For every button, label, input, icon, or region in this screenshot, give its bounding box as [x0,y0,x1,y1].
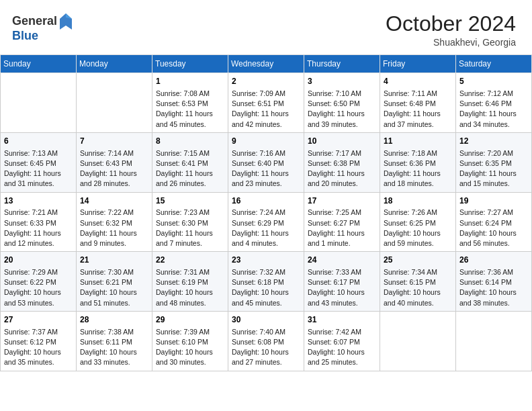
day-number: 31 [308,314,376,326]
calendar-cell: 12Sunrise: 7:20 AMSunset: 6:35 PMDayligh… [456,132,532,192]
calendar-cell: 26Sunrise: 7:36 AMSunset: 6:14 PMDayligh… [456,252,532,312]
calendar-cell: 10Sunrise: 7:17 AMSunset: 6:38 PMDayligh… [304,132,380,192]
calendar-cell: 7Sunrise: 7:14 AMSunset: 6:43 PMDaylight… [77,132,152,192]
calendar-cell: 5Sunrise: 7:12 AMSunset: 6:46 PMDaylight… [456,73,532,133]
day-info: Sunrise: 7:11 AMSunset: 6:48 PMDaylight:… [384,89,452,130]
col-saturday: Saturday [456,55,532,73]
day-number: 14 [80,195,148,207]
day-info: Sunrise: 7:15 AMSunset: 6:41 PMDaylight:… [156,148,224,189]
calendar-cell: 27Sunrise: 7:37 AMSunset: 6:12 PMDayligh… [1,311,77,371]
day-info: Sunrise: 7:36 AMSunset: 6:14 PMDaylight:… [459,267,528,308]
day-number: 13 [4,195,73,207]
calendar-cell [456,311,532,371]
day-info: Sunrise: 7:27 AMSunset: 6:24 PMDaylight:… [459,208,528,248]
calendar-week-row: 6Sunrise: 7:13 AMSunset: 6:45 PMDaylight… [1,132,532,192]
day-info: Sunrise: 7:37 AMSunset: 6:12 PMDaylight:… [4,327,73,368]
day-number: 2 [232,76,300,87]
logo-icon [58,12,73,31]
day-info: Sunrise: 7:40 AMSunset: 6:08 PMDaylight:… [232,327,300,368]
day-number: 7 [80,136,148,147]
day-info: Sunrise: 7:08 AMSunset: 6:53 PMDaylight:… [156,89,224,130]
col-thursday: Thursday [304,55,380,73]
day-info: Sunrise: 7:26 AMSunset: 6:25 PMDaylight:… [384,208,452,248]
day-number: 6 [4,136,73,147]
calendar-header-row: Sunday Monday Tuesday Wednesday Thursday… [1,55,532,73]
day-number: 1 [156,76,224,87]
day-info: Sunrise: 7:29 AMSunset: 6:22 PMDaylight:… [4,267,73,308]
calendar-cell: 23Sunrise: 7:32 AMSunset: 6:18 PMDayligh… [228,252,304,312]
location: Shuakhevi, Georgia [386,37,516,48]
day-info: Sunrise: 7:10 AMSunset: 6:50 PMDaylight:… [308,89,376,130]
day-number: 24 [308,255,376,266]
calendar-cell: 20Sunrise: 7:29 AMSunset: 6:22 PMDayligh… [1,252,77,312]
day-number: 3 [308,76,376,87]
day-info: Sunrise: 7:42 AMSunset: 6:07 PMDaylight:… [308,327,376,368]
calendar-cell: 9Sunrise: 7:16 AMSunset: 6:40 PMDaylight… [228,132,304,192]
day-info: Sunrise: 7:22 AMSunset: 6:32 PMDaylight:… [80,208,148,248]
calendar-cell: 8Sunrise: 7:15 AMSunset: 6:41 PMDaylight… [152,132,228,192]
calendar-cell: 1Sunrise: 7:08 AMSunset: 6:53 PMDaylight… [152,73,228,133]
day-info: Sunrise: 7:32 AMSunset: 6:18 PMDaylight:… [232,267,300,308]
calendar-week-row: 1Sunrise: 7:08 AMSunset: 6:53 PMDaylight… [1,73,532,133]
day-info: Sunrise: 7:12 AMSunset: 6:46 PMDaylight:… [459,89,528,130]
month-year: October 2024 [386,12,516,36]
day-number: 11 [384,136,452,147]
day-number: 25 [384,255,452,266]
calendar-cell: 24Sunrise: 7:33 AMSunset: 6:17 PMDayligh… [304,252,380,312]
day-number: 15 [156,195,224,207]
day-info: Sunrise: 7:30 AMSunset: 6:21 PMDaylight:… [80,267,148,308]
day-number: 20 [4,255,73,266]
day-number: 30 [232,314,300,326]
calendar-cell: 18Sunrise: 7:26 AMSunset: 6:25 PMDayligh… [380,192,456,252]
calendar-cell: 15Sunrise: 7:23 AMSunset: 6:30 PMDayligh… [152,192,228,252]
day-number: 5 [459,76,528,87]
calendar-cell: 31Sunrise: 7:42 AMSunset: 6:07 PMDayligh… [304,311,380,371]
calendar-cell: 11Sunrise: 7:18 AMSunset: 6:36 PMDayligh… [380,132,456,192]
day-info: Sunrise: 7:23 AMSunset: 6:30 PMDaylight:… [156,208,224,248]
day-info: Sunrise: 7:24 AMSunset: 6:29 PMDaylight:… [232,208,300,248]
calendar-cell: 25Sunrise: 7:34 AMSunset: 6:15 PMDayligh… [380,252,456,312]
col-wednesday: Wednesday [228,55,304,73]
logo-general-text: General [12,15,57,28]
day-number: 27 [4,314,73,326]
day-number: 10 [308,136,376,147]
day-info: Sunrise: 7:20 AMSunset: 6:35 PMDaylight:… [459,148,528,189]
calendar-cell: 2Sunrise: 7:09 AMSunset: 6:51 PMDaylight… [228,73,304,133]
calendar-cell [1,73,77,133]
col-tuesday: Tuesday [152,55,228,73]
calendar-table: Sunday Monday Tuesday Wednesday Thursday… [0,54,532,371]
col-monday: Monday [77,55,152,73]
day-info: Sunrise: 7:34 AMSunset: 6:15 PMDaylight:… [384,267,452,308]
day-number: 23 [232,255,300,266]
calendar-cell: 3Sunrise: 7:10 AMSunset: 6:50 PMDaylight… [304,73,380,133]
calendar-week-row: 20Sunrise: 7:29 AMSunset: 6:22 PMDayligh… [1,252,532,312]
day-info: Sunrise: 7:21 AMSunset: 6:33 PMDaylight:… [4,208,73,248]
day-number: 26 [459,255,528,266]
header: General Blue October 2024 Shuakhevi, Geo… [0,0,532,54]
calendar-cell: 17Sunrise: 7:25 AMSunset: 6:27 PMDayligh… [304,192,380,252]
calendar-cell: 13Sunrise: 7:21 AMSunset: 6:33 PMDayligh… [1,192,77,252]
day-info: Sunrise: 7:25 AMSunset: 6:27 PMDaylight:… [308,208,376,248]
col-friday: Friday [380,55,456,73]
day-number: 28 [80,314,148,326]
calendar-cell [380,311,456,371]
day-number: 22 [156,255,224,266]
logo: General Blue [12,12,73,43]
day-number: 17 [308,195,376,207]
logo-blue-text: Blue [12,29,38,42]
day-info: Sunrise: 7:17 AMSunset: 6:38 PMDaylight:… [308,148,376,189]
day-info: Sunrise: 7:18 AMSunset: 6:36 PMDaylight:… [384,148,452,189]
calendar-cell: 21Sunrise: 7:30 AMSunset: 6:21 PMDayligh… [77,252,152,312]
calendar-cell: 28Sunrise: 7:38 AMSunset: 6:11 PMDayligh… [77,311,152,371]
day-info: Sunrise: 7:38 AMSunset: 6:11 PMDaylight:… [80,327,148,368]
calendar-cell: 4Sunrise: 7:11 AMSunset: 6:48 PMDaylight… [380,73,456,133]
calendar-cell [77,73,152,133]
calendar-cell: 16Sunrise: 7:24 AMSunset: 6:29 PMDayligh… [228,192,304,252]
calendar-cell: 30Sunrise: 7:40 AMSunset: 6:08 PMDayligh… [228,311,304,371]
title-block: October 2024 Shuakhevi, Georgia [386,12,516,48]
calendar-cell: 14Sunrise: 7:22 AMSunset: 6:32 PMDayligh… [77,192,152,252]
col-sunday: Sunday [1,55,77,73]
day-info: Sunrise: 7:14 AMSunset: 6:43 PMDaylight:… [80,148,148,189]
day-number: 12 [459,136,528,147]
day-info: Sunrise: 7:09 AMSunset: 6:51 PMDaylight:… [232,89,300,130]
